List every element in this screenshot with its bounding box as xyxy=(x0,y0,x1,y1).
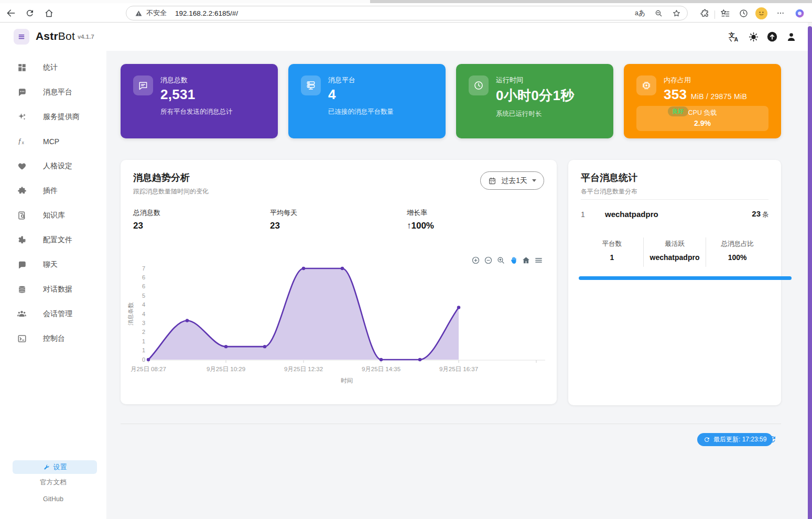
toolbar-divider xyxy=(714,10,715,19)
favorites-bar-icon[interactable] xyxy=(719,7,731,19)
platform-stats-subtitle: 各平台消息数量分布 xyxy=(581,187,637,196)
sidebar-item-label: 对话数据 xyxy=(43,285,72,294)
database-icon xyxy=(17,284,27,294)
summary-label: 最活跃 xyxy=(644,240,706,248)
platform-progress-bar xyxy=(579,276,792,280)
svg-text:7: 7 xyxy=(142,265,145,272)
stat-value: ↑100% xyxy=(407,221,544,231)
clock-icon xyxy=(469,75,489,95)
svg-text:x: x xyxy=(22,140,25,145)
date-range-value: 过去1天 xyxy=(501,176,527,186)
card-subtitle: 已连接的消息平台数量 xyxy=(328,107,394,116)
message-icon xyxy=(133,75,153,95)
sidebar-item-knowledge[interactable]: 知识库 xyxy=(0,203,106,228)
puzzle-icon xyxy=(17,186,27,196)
back-icon[interactable] xyxy=(5,7,17,19)
menu-button[interactable] xyxy=(14,29,29,45)
screen: 不安全 192.168.2.2:6185/#/ aあ xyxy=(0,0,812,519)
settings-button[interactable]: 设置 xyxy=(13,460,97,474)
favorite-star-icon[interactable] xyxy=(672,9,681,18)
update-icon[interactable] xyxy=(766,30,778,43)
platform-name: wechatpadpro xyxy=(605,210,658,219)
terminal-icon xyxy=(17,333,27,343)
sidebar-item-chat[interactable]: 聊天 xyxy=(0,252,106,277)
extensions-icon[interactable] xyxy=(699,7,710,19)
svg-text:1: 1 xyxy=(142,347,145,353)
svg-text:消息条数: 消息条数 xyxy=(127,302,134,326)
warning-icon xyxy=(135,9,143,17)
sidebar-item-label: MCP xyxy=(43,137,59,146)
svg-text:4: 4 xyxy=(142,301,145,308)
card-value: 0小时0分1秒 xyxy=(496,87,574,105)
svg-text:时间: 时间 xyxy=(341,377,353,384)
cpu-load-value: 2.9% xyxy=(636,119,768,127)
history-icon[interactable] xyxy=(738,7,749,19)
card-title: 运行时间 xyxy=(496,75,574,85)
sidebar-item-label: 消息平台 xyxy=(43,88,72,97)
platform-summary: 平台数 1 最活跃 wechatpadpro 总消息占比 100% xyxy=(581,237,768,267)
trend-chart[interactable]: 01123445667消息条数月25日 08:279月25日 10:299月25… xyxy=(126,250,549,397)
sidebar-item-dialog-data[interactable]: 对话数据 xyxy=(0,277,106,301)
heart-icon xyxy=(17,161,27,171)
browser-toolbar: 不安全 192.168.2.2:6185/#/ aあ xyxy=(0,3,812,23)
sidebar-item-mcp[interactable]: ƒx MCP xyxy=(0,129,106,154)
sidebar-item-label: 服务提供商 xyxy=(43,112,80,122)
security-label[interactable]: 不安全 xyxy=(146,8,167,18)
account-icon[interactable] xyxy=(785,30,797,43)
sidebar-item-label: 聊天 xyxy=(43,260,58,269)
stat-card-platforms: 消息平台 4 已连接的消息平台数量 xyxy=(288,64,446,138)
theme-icon[interactable] xyxy=(747,30,760,43)
docs-link[interactable]: 官方文档 xyxy=(0,478,106,487)
last-update-text: 最后更新: 17:23:59 xyxy=(713,435,766,444)
trend-stat-total: 总消息数 23 xyxy=(133,208,270,231)
app-logo: AstrBotv4.1.7 xyxy=(36,30,94,42)
refresh-icon[interactable] xyxy=(24,7,36,19)
sidebar-item-stats[interactable]: 统计 xyxy=(0,55,106,80)
svg-text:2: 2 xyxy=(142,329,145,335)
card-title: 消息平台 xyxy=(328,75,394,85)
svg-text:9月25日 12:32: 9月25日 12:32 xyxy=(284,366,323,372)
page-scrollbar[interactable] xyxy=(808,23,812,519)
divider xyxy=(581,199,768,200)
summary-label: 总消息占比 xyxy=(706,240,768,248)
sidebar-item-console[interactable]: 控制台 xyxy=(0,326,106,351)
sidebar-item-message-platform[interactable]: 消息平台 xyxy=(0,80,106,104)
trend-subtitle: 跟踪消息数量随时间的变化 xyxy=(133,187,209,196)
translate-page-icon[interactable]: aあ xyxy=(635,8,645,18)
date-range-select[interactable]: 过去1天 xyxy=(480,171,544,190)
more-icon[interactable] xyxy=(775,7,786,19)
home-icon[interactable] xyxy=(43,7,55,19)
scrollbar-thumb[interactable] xyxy=(808,26,812,519)
translate-icon[interactable]: 文A xyxy=(728,30,740,43)
sidebar: 统计 消息平台 服务提供商 ƒx MCP 人格设定 插件 知识库 配置文件 xyxy=(0,51,106,519)
refresh-button[interactable] xyxy=(767,435,777,444)
last-update-chip[interactable]: 最后更新: 17:23:59 xyxy=(697,433,773,446)
trend-stats: 总消息数 23 平均每天 23 增长率 ↑100% xyxy=(133,208,544,231)
stat-card-uptime: 运行时间 0小时0分1秒 系统已运行时长 xyxy=(456,64,613,138)
sidebar-item-label: 配置文件 xyxy=(43,235,72,245)
profile-avatar[interactable] xyxy=(755,7,767,19)
sidebar-item-providers[interactable]: 服务提供商 xyxy=(0,104,106,129)
cpu-icon xyxy=(636,75,656,95)
sidebar-item-config[interactable]: 配置文件 xyxy=(0,228,106,252)
zoom-out-icon[interactable] xyxy=(654,9,663,18)
copilot-icon[interactable] xyxy=(794,7,805,19)
svg-text:A: A xyxy=(734,36,738,42)
dashboard-icon xyxy=(17,62,27,72)
summary-value: wechatpadpro xyxy=(644,253,706,262)
sidebar-item-persona[interactable]: 人格设定 xyxy=(0,154,106,178)
platform-stats-panel: 平台消息统计 各平台消息数量分布 1 wechatpadpro 23条 平台数 … xyxy=(568,160,781,405)
svg-text:9月25日 16:37: 9月25日 16:37 xyxy=(439,366,478,372)
platform-row[interactable]: 1 wechatpadpro 23条 xyxy=(581,209,768,219)
chevron-down-icon xyxy=(532,179,536,182)
address-bar[interactable]: 不安全 192.168.2.2:6185/#/ aあ xyxy=(126,6,688,20)
logo-light: Bot xyxy=(58,30,75,42)
cpu-load-box: CPU 负载 2.9% xyxy=(636,106,768,131)
summary-platform-count: 平台数 1 xyxy=(581,237,643,267)
url-text[interactable]: 192.168.2.2:6185/#/ xyxy=(175,9,635,17)
trend-title: 消息趋势分析 xyxy=(133,171,209,184)
sidebar-item-sessions[interactable]: 会话管理 xyxy=(0,301,106,326)
sidebar-item-plugins[interactable]: 插件 xyxy=(0,178,106,203)
github-link[interactable]: GitHub xyxy=(0,495,106,503)
sidebar-item-label: 插件 xyxy=(43,186,58,196)
